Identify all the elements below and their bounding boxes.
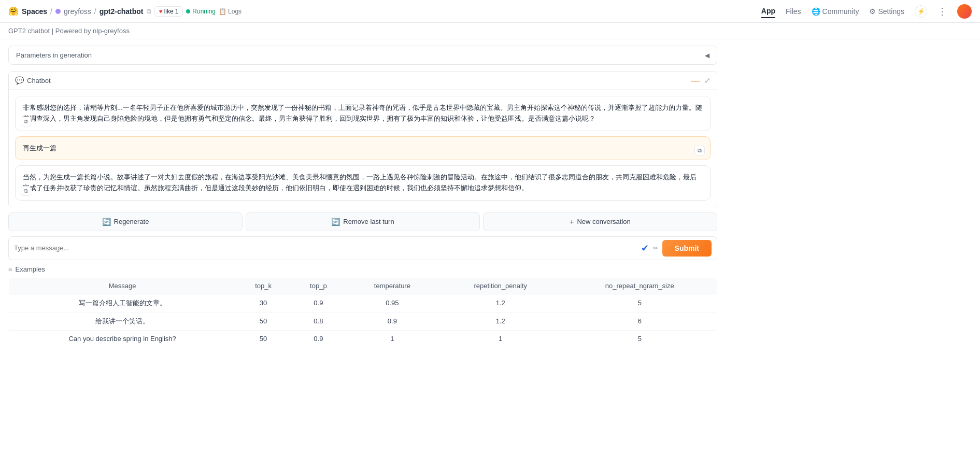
repo-name: gpt2-chatbot: [100, 7, 144, 16]
check-icon: ✔: [641, 243, 649, 254]
globe-icon: 🌐: [812, 7, 820, 16]
subtitle-text: GPT2 chatbot | Powered by nlp-greyfoss: [8, 27, 130, 35]
user-avatar[interactable]: [957, 4, 972, 19]
table-cell-0-2: 0.9: [291, 294, 346, 312]
tab-files[interactable]: Files: [786, 5, 801, 18]
breadcrumb-sep: /: [50, 7, 52, 16]
message-input-row: ✔ ✏ Submit: [8, 236, 717, 260]
table-cell-2-2: 0.9: [291, 330, 346, 347]
table-cell-1-5: 6: [563, 312, 717, 330]
table-cell-2-1: 50: [236, 330, 291, 347]
table-cell-1-3: 0.9: [346, 312, 438, 330]
examples-label: Examples: [16, 265, 45, 273]
table-cell-0-0[interactable]: 写一篇介绍人工智能的文章。: [9, 294, 236, 312]
new-conv-icon: +: [570, 218, 574, 226]
nav-right: App Files 🌐 Community ⚙ Settings ⚡ ⋮: [761, 4, 972, 19]
minimize-icon[interactable]: —: [691, 76, 700, 85]
message-text-2: 再生成一篇: [23, 144, 56, 152]
remove-last-turn-button[interactable]: 🔄 Remove last turn: [246, 212, 480, 231]
params-label: Parameters in generation: [16, 51, 92, 59]
logs-icon: 📋: [219, 8, 226, 15]
tab-community[interactable]: 🌐 Community: [812, 5, 859, 18]
table-row[interactable]: 写一篇介绍人工智能的文章。300.90.951.25: [9, 294, 717, 312]
table-cell-1-1: 50: [236, 312, 291, 330]
nav-extra-icons: ⚡: [915, 5, 927, 18]
table-cell-0-1: 30: [236, 294, 291, 312]
action-buttons-row: 🔄 Regenerate 🔄 Remove last turn + New co…: [8, 212, 717, 231]
like-button[interactable]: ♥ like 1: [154, 6, 183, 17]
col-repetition-penalty: repetition_penalty: [438, 277, 563, 294]
plug-icon[interactable]: ⚡: [915, 5, 927, 18]
running-dot: [186, 9, 190, 13]
col-top-p: top_p: [291, 277, 346, 294]
brand-label: Spaces: [22, 7, 47, 16]
table-cell-1-2: 0.8: [291, 312, 346, 330]
regenerate-button[interactable]: 🔄 Regenerate: [8, 212, 243, 231]
settings-icon: ⚙: [869, 7, 876, 16]
remove-icon: 🔄: [331, 218, 340, 226]
col-message: Message: [9, 277, 236, 294]
table-cell-0-3: 0.95: [346, 294, 438, 312]
breadcrumb-sep2: /: [94, 7, 96, 16]
table-cell-0-4: 1.2: [438, 294, 563, 312]
copy-button-3[interactable]: ⧉: [21, 186, 31, 196]
message-text-3: 当然，为您生成一篇长篇小说。故事讲述了一对夫妇去度假的旅程，在海边享受阳光沙滩、…: [23, 173, 697, 192]
running-badge: Running: [186, 8, 216, 15]
share-icon[interactable]: ⤢: [704, 76, 711, 84]
top-navigation: 🤗 Spaces / greyfoss / gpt2-chatbot ⧉ ♥ l…: [0, 0, 980, 23]
new-conversation-button[interactable]: + New conversation: [483, 212, 717, 231]
copy-button-1[interactable]: ⧉: [21, 117, 31, 126]
table-cell-2-5: 5: [563, 330, 717, 347]
chatbot-icon: 💬: [15, 76, 24, 84]
chatbot-label-text: Chatbot: [27, 77, 51, 84]
submit-button[interactable]: Submit: [662, 240, 712, 257]
chatbot-label-group: 💬 Chatbot: [15, 76, 51, 84]
regenerate-icon: 🔄: [102, 218, 111, 226]
table-cell-2-3: 1: [346, 330, 438, 347]
table-header-row: Message top_k top_p temperature repetiti…: [9, 277, 717, 294]
table-cell-1-0[interactable]: 给我讲一个笑话。: [9, 312, 236, 330]
logs-button[interactable]: 📋 Logs: [219, 8, 242, 15]
chat-message-ai-2: 当然，为您生成一篇长篇小说。故事讲述了一对夫妇去度假的旅程，在海边享受阳光沙滩、…: [15, 165, 711, 201]
like-count: 1: [175, 8, 179, 15]
table-cell-0-5: 5: [563, 294, 717, 312]
community-label: Community: [822, 7, 859, 16]
running-label: Running: [192, 8, 216, 15]
heart-icon: ♥: [159, 8, 163, 15]
logs-label: Logs: [228, 8, 242, 15]
examples-icon: ≡: [8, 265, 12, 273]
regenerate-label: Regenerate: [114, 218, 149, 225]
subtitle-bar: GPT2 chatbot | Powered by nlp-greyfoss: [0, 23, 980, 39]
col-top-k: top_k: [236, 277, 291, 294]
chat-message-ai-1: 非常感谢您的选择，请稍等片刻...一名年轻男子正在他所喜爱的城市游历中，突然发现…: [15, 96, 711, 131]
tab-settings[interactable]: ⚙ Settings: [869, 5, 904, 18]
message-input[interactable]: [14, 244, 637, 252]
table-cell-2-4: 1: [438, 330, 563, 347]
table-cell-1-4: 1.2: [438, 312, 563, 330]
table-cell-2-0[interactable]: Can you describe spring in English?: [9, 330, 236, 347]
like-label: like: [164, 8, 174, 15]
tab-app[interactable]: App: [761, 5, 775, 18]
chatbot-header: 💬 Chatbot — ⤢: [9, 72, 717, 90]
user-avatar-dot: [55, 9, 61, 14]
chat-message-area: 非常感谢您的选择，请稍等片刻...一名年轻男子正在他所喜爱的城市游历中，突然发现…: [9, 90, 717, 207]
pencil-icon: ✏: [653, 245, 658, 252]
nav-left: 🤗 Spaces / greyfoss / gpt2-chatbot ⧉ ♥ l…: [8, 6, 757, 17]
chatbot-panel: 💬 Chatbot — ⤢ 非常感谢您的选择，请稍等片刻...一名年轻男子正在他…: [8, 71, 717, 207]
copy-button-2[interactable]: ⧉: [694, 146, 705, 155]
new-conversation-label: New conversation: [577, 218, 630, 225]
examples-section-header[interactable]: ≡ Examples: [8, 265, 717, 273]
params-accordion[interactable]: Parameters in generation ◀: [8, 46, 717, 65]
params-arrow-icon: ◀: [705, 52, 709, 59]
main-content: Parameters in generation ◀ 💬 Chatbot — ⤢…: [0, 39, 726, 353]
examples-table: Message top_k top_p temperature repetiti…: [8, 277, 717, 347]
table-row[interactable]: 给我讲一个笑话。500.80.91.26: [9, 312, 717, 330]
user-name: greyfoss: [64, 7, 91, 16]
message-text-1: 非常感谢您的选择，请稍等片刻...一名年轻男子正在他所喜爱的城市游历中，突然发现…: [23, 104, 702, 122]
copy-repo-icon[interactable]: ⧉: [147, 8, 151, 15]
more-menu-button[interactable]: ⋮: [938, 6, 947, 17]
table-row[interactable]: Can you describe spring in English?500.9…: [9, 330, 717, 347]
col-no-repeat-ngram: no_repeat_ngram_size: [563, 277, 717, 294]
col-temperature: temperature: [346, 277, 438, 294]
remove-last-turn-label: Remove last turn: [343, 218, 394, 225]
